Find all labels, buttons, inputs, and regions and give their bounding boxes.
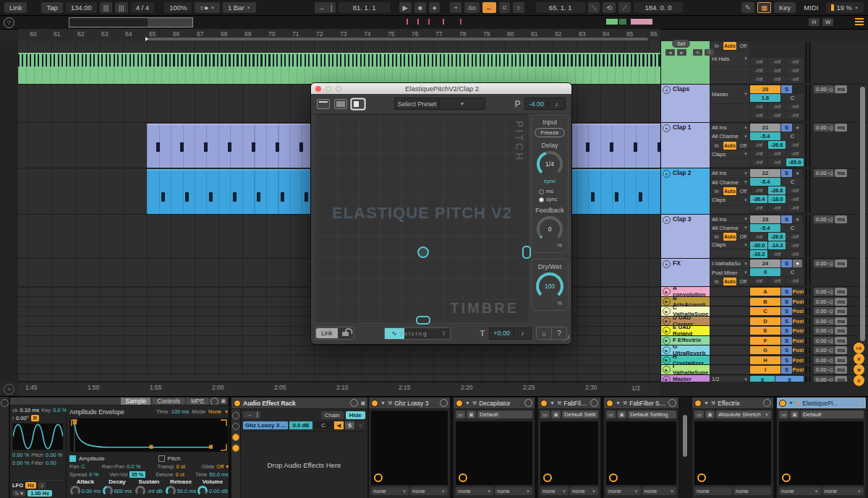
hot-swap-icon[interactable] [210, 398, 218, 405]
chain-hotswap-icon[interactable]: ○ [356, 421, 365, 429]
track-number[interactable]: C [750, 307, 780, 315]
param-value[interactable]: 0.00 % [46, 452, 62, 458]
routing-selector[interactable]: none▼ [371, 487, 409, 495]
mixer-value[interactable]: -26.6 [768, 233, 786, 241]
chain-list-button[interactable]: Chain [321, 411, 344, 419]
arm-button[interactable]: ● [793, 169, 802, 177]
save-preset-icon[interactable]: ▣ [221, 398, 226, 404]
mixer-value[interactable]: -14.3 [768, 241, 786, 249]
io-empty-field[interactable] [710, 366, 749, 374]
mixer-value[interactable]: -5.4 [750, 224, 780, 232]
return-name-cell[interactable]: ▶A convolution [661, 287, 710, 296]
monitor-in-button[interactable]: In [710, 142, 723, 150]
track-name-cell[interactable]: ▼Clap 2 [661, 168, 710, 214]
session-record-icon[interactable]: ○ [513, 2, 524, 13]
pitch-timbre-display[interactable]: ELASTIQUE PITCH V2 PITCH TIMBRE [316, 114, 528, 322]
groove-amount-field[interactable]: 100% [164, 2, 192, 13]
env-mode-value[interactable]: None [208, 408, 221, 415]
lfo-shape-selector[interactable]: ∿ ▾ [12, 490, 25, 497]
close-icon[interactable] [315, 86, 321, 92]
io-empty-field[interactable] [710, 346, 749, 354]
track-delay-value[interactable]: 0.00 ◁ [814, 124, 834, 132]
track-delay-value[interactable]: 0.00 ◁ [814, 85, 834, 93]
collapse-icon[interactable]: ▼ [788, 400, 793, 405]
mixer-value[interactable]: -inf [786, 66, 804, 74]
track-delay-unit[interactable]: ms [835, 307, 847, 315]
knob-control[interactable] [135, 486, 145, 496]
knob-value[interactable]: 0.00 ms [82, 488, 101, 494]
solo-button[interactable]: S [781, 259, 792, 267]
punch-in-icon[interactable]: ⟍ [588, 2, 600, 13]
save-icon[interactable]: ▣ [790, 411, 799, 418]
mixer-value[interactable]: -inf [786, 150, 804, 158]
metronome-button[interactable]: ○●▼ [195, 2, 219, 13]
solo-button[interactable]: S [781, 346, 792, 354]
mixer-value[interactable]: -inf [786, 233, 804, 241]
solo-button[interactable]: S [781, 317, 792, 325]
mixer-section-toggle-r[interactable]: R [854, 353, 864, 364]
cue-out-selector[interactable]: 1/2▼ [710, 376, 749, 382]
nudge-up-icon[interactable]: ||| [115, 2, 127, 13]
track-number[interactable]: H [750, 356, 780, 364]
track-number[interactable]: 20 [750, 85, 780, 93]
loop-start-field[interactable]: 65. 1. 1 [536, 2, 585, 13]
arm-button[interactable]: ● [793, 259, 802, 267]
mixer-value[interactable]: -inf [786, 75, 804, 83]
hot-swap-icon[interactable] [668, 399, 676, 407]
mixer-section-toggle-i-o[interactable]: I-O [854, 343, 864, 353]
mixer-value[interactable]: -inf [786, 241, 804, 249]
macro-toggle-2[interactable] [232, 423, 239, 430]
transpose-value-field[interactable]: +0.00♪ [489, 327, 532, 340]
track-delay-value[interactable]: 0.00 ◁ [814, 215, 834, 223]
time-ruler[interactable]: 1:451:501:552:002:052:102:152:202:252:30… [18, 382, 660, 397]
io-routing-selector[interactable]: Claps▼ [710, 241, 749, 249]
unfold-track-icon[interactable]: ▼ [663, 86, 671, 94]
collapse-icon[interactable]: ▼ [550, 400, 555, 405]
track-delay-unit[interactable]: ms [835, 356, 847, 364]
mixer-value[interactable]: -inf [750, 75, 767, 83]
plugin-edit-icon[interactable] [609, 473, 618, 482]
wrench-icon[interactable]: ⚒ [557, 400, 561, 406]
track-delay-value[interactable]: 0.00 ◁ [814, 346, 834, 354]
preset-name-field[interactable]: Absolute Stretch▼ [716, 411, 771, 418]
device-header[interactable]: ▼⚒FabFilter Sim... [538, 398, 600, 409]
post-toggle[interactable]: Post [793, 288, 804, 296]
back-to-arrangement-icon[interactable]: ← [482, 2, 497, 13]
track-delay-unit[interactable]: ms [835, 337, 847, 345]
hot-swap-icon[interactable] [856, 399, 864, 407]
folder-icon[interactable]: ▭ [779, 411, 788, 418]
re-enable-automation-icon[interactable]: ⌑ [499, 2, 510, 13]
preset-name-field[interactable]: Default Setting [628, 411, 676, 418]
pitch-value-field[interactable]: -4.00♪ [524, 98, 566, 110]
routing-selector[interactable]: none▼ [779, 487, 821, 495]
overview-viewport[interactable] [69, 17, 193, 27]
return-name-cell[interactable]: ▶C ValhallaSupe [661, 306, 710, 316]
track-number[interactable]: 21 [750, 124, 780, 132]
time-signature-field[interactable]: 4 / 4 [131, 2, 155, 13]
wrench-icon[interactable]: ⚒ [796, 400, 800, 406]
routing-selector[interactable]: none▼ [822, 487, 864, 495]
knob-control[interactable] [197, 486, 208, 496]
window-mode-3-icon[interactable] [352, 99, 365, 109]
track-name-cell[interactable]: ▼Claps [661, 85, 710, 122]
io-routing-selector[interactable]: Claps▼ [710, 150, 749, 158]
arrangement-overview[interactable]: ▽ H W [0, 16, 868, 30]
ms-sync-switch[interactable]: ms sync [539, 187, 561, 204]
beat-time-ruler[interactable]: 6061626364656667686970717273747576777879… [18, 29, 660, 42]
vertical-scrollbar[interactable] [860, 87, 865, 341]
set-button[interactable]: Set [672, 40, 690, 48]
plugin-ui-placeholder[interactable] [456, 421, 532, 485]
mixer-value[interactable]: -inf [750, 204, 767, 212]
knob-control[interactable] [103, 486, 113, 496]
mixer-value[interactable]: -10.2 [750, 250, 767, 258]
monitor-auto-button[interactable]: Auto [723, 187, 736, 195]
solo-button[interactable]: S [781, 298, 792, 306]
monitor-off-button[interactable]: Off [737, 278, 749, 286]
feedback-knob[interactable]: 0 [537, 216, 563, 242]
return-name-cell[interactable]: ▶D UAD Cooper [661, 317, 710, 326]
mixer-value[interactable]: -inf [750, 58, 767, 66]
routing-selector[interactable]: none [694, 487, 732, 495]
device-activator-icon[interactable] [540, 400, 548, 407]
plugin-edit-icon[interactable] [782, 473, 791, 482]
track-delay-value[interactable]: 0.00 ◁ [814, 317, 834, 325]
